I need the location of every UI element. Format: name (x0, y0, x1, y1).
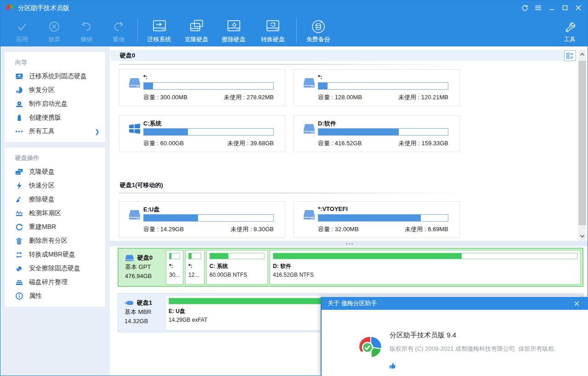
discard-button[interactable]: 放弃 (38, 15, 70, 46)
refresh-button[interactable] (518, 0, 531, 15)
info-icon (15, 292, 23, 300)
partition-card-msr[interactable]: *: 容量 : 128.00MB 未使用 : 120.21MB (294, 69, 460, 106)
sidebar-item-delete-all-partitions[interactable]: 删除所有分区 (5, 234, 105, 248)
map-partition-d[interactable]: D: 软件 416.52GB NTFS (270, 250, 581, 285)
product-logo-icon (357, 335, 384, 361)
splitter-grip-icon (349, 243, 350, 245)
view-mode-button[interactable] (564, 50, 576, 61)
migrate-os-button[interactable]: 迁移系统 (141, 15, 178, 46)
disk-icon (129, 209, 141, 220)
disk-size: 14.32GB (124, 317, 165, 326)
disk1-header: 硬盘1(可移动的) (120, 181, 163, 189)
usage-bar (209, 253, 265, 259)
migrate-disk-icon (15, 73, 23, 80)
eraser-icon (15, 265, 23, 273)
sidebar-item-make-bootable-media[interactable]: 制作启动光盘 (5, 97, 105, 111)
disk0-info: 硬盘0 基本 GPT 476.94GB (119, 249, 166, 286)
clone-disk-button[interactable]: 克隆硬盘 (178, 15, 215, 46)
sidebar-item-rebuild-mbr[interactable]: 重建MBR (5, 220, 105, 234)
dialog-close-button[interactable] (570, 297, 583, 310)
sidebar-item-all-tools[interactable]: 所有工具 ❯ (5, 125, 105, 138)
usage-bar (318, 128, 448, 136)
maximize-button[interactable] (558, 0, 571, 15)
menu-button[interactable] (531, 0, 545, 15)
partition-name: *:VTOYEFI (318, 205, 348, 212)
sidebar-item-secure-erase-ssd[interactable]: 安全擦除固态硬盘 (5, 262, 105, 275)
partition-name: C:系统 (143, 120, 162, 128)
app-logo-icon (6, 4, 14, 12)
scrollbar-thumb[interactable] (578, 61, 586, 225)
app-window: 分区助手技术员版 应用 (0, 0, 588, 376)
wipe-disk-button[interactable]: 擦除硬盘 (215, 15, 252, 46)
convert-disk-icon (252, 18, 294, 35)
sidebar-item-properties[interactable]: 属性 (5, 289, 105, 303)
defrag-bricks-icon (15, 279, 23, 286)
pie-recover-icon (15, 86, 23, 94)
sidebar-item-clone-disk[interactable]: 克隆硬盘 (5, 165, 105, 179)
map-partition-esp[interactable]: *: 30... (166, 250, 183, 285)
sidebar-item-create-portable[interactable]: 创建便携版 (5, 111, 105, 125)
disk-icon (125, 255, 134, 262)
disk-name: 硬盘0 (137, 253, 153, 262)
disk-size: 476.94GB (125, 272, 166, 281)
sidebar-item-check-bad-sectors[interactable]: 检测坏扇区 (5, 206, 105, 220)
disk1-info: 硬盘1 基本 MBR 14.32GB (118, 294, 165, 332)
broom-icon (15, 196, 23, 204)
undo-icon (70, 18, 102, 35)
separator (119, 193, 461, 194)
close-button[interactable] (571, 0, 585, 15)
dialog-title: 关于 傲梅分区助手 (328, 300, 377, 307)
discard-icon (38, 18, 70, 35)
minimize-button[interactable] (545, 0, 558, 15)
partition-card-esp[interactable]: *: 容量 : 300.00MB 未使用 : 278.92MB (119, 69, 285, 106)
bootable-disc-icon (15, 100, 23, 108)
unused-label: 未使用 : 39.68GB (227, 139, 274, 148)
vertical-scrollbar[interactable] (578, 50, 586, 241)
partition-card-e-usb[interactable]: E:U盘 容量 : 14.29GB 未使用 : 8.30GB (119, 201, 285, 238)
capacity-label: 容量 : 416.52GB (318, 139, 362, 148)
sidebar-item-convert-to-mbr[interactable]: 转换成MBR硬盘 (5, 248, 105, 262)
thumb-up-icon[interactable] (389, 362, 396, 369)
wrench-icon (555, 19, 584, 35)
scroll-down-arrow[interactable] (578, 232, 586, 241)
convert-loop-icon (15, 251, 23, 259)
sidebar-section-wizards: 向导 迁移系统到固态硬盘 恢复分区 制作启动光盘 创建便携版 所有工具 ❯ (5, 52, 105, 142)
sidebar-item-migrate-to-ssd[interactable]: 迁移系统到固态硬盘 (5, 69, 105, 83)
free-backup-button[interactable]: 免费备份 (300, 15, 337, 46)
list-view-icon (566, 52, 574, 59)
sidebar-item-label: 属性 (29, 292, 42, 300)
tools-button[interactable]: 工具 (555, 15, 584, 46)
sidebar-item-quick-partition[interactable]: 快速分区 (5, 179, 105, 193)
map-partition-c[interactable]: C: 系统 60.00GB NTFS (206, 250, 268, 285)
scroll-up-arrow[interactable] (578, 50, 586, 59)
redo-icon (102, 18, 135, 35)
more-dots-icon (15, 128, 23, 136)
rebuild-circular-arrow-icon (15, 223, 23, 231)
partition-card-vtoyefi[interactable]: *:VTOYEFI 容量 : 32.00MB 未使用 : 6.69MB (294, 201, 460, 238)
usage-bar (188, 253, 201, 259)
wipe-disk-icon (215, 18, 252, 35)
lightning-icon (15, 182, 23, 190)
windows-logo-icon (129, 123, 141, 134)
sidebar-item-disk-defrag[interactable]: 磁盘碎片整理 (5, 275, 105, 289)
product-name: 分区助手技术员版 9.4 (390, 331, 456, 340)
unused-label: 未使用 : 278.92MB (224, 93, 274, 102)
sidebar-item-label: 迁移系统到固态硬盘 (29, 72, 87, 80)
apply-button[interactable]: 应用 (6, 15, 38, 46)
partition-overview-panel: 硬盘0 *: 容量 : 300.00MB 未使用 : 278.92MB *: 容… (110, 46, 588, 241)
sidebar-item-label: 安全擦除固态硬盘 (29, 264, 80, 273)
sidebar-item-recover-partition[interactable]: 恢复分区 (5, 83, 105, 97)
sidebar-item-label: 擦除硬盘 (29, 195, 55, 204)
map-partition-msr[interactable]: *: 12... (185, 250, 204, 285)
capacity-label: 容量 : 128.00MB (318, 93, 362, 102)
convert-disk-button[interactable]: 转换硬盘 (252, 15, 294, 46)
partition-card-d-software[interactable]: D:软件 容量 : 416.52GB 未使用 : 159.33GB (294, 115, 460, 152)
redo-button[interactable]: 重做 (102, 15, 135, 46)
disk0-row[interactable]: 硬盘0 基本 GPT 476.94GB *: 30... *: 12... (118, 248, 583, 287)
undo-button[interactable]: 撤销 (70, 15, 102, 46)
partition-card-c-system[interactable]: C:系统 容量 : 60.00GB 未使用 : 39.68GB (119, 115, 285, 152)
section-title: 硬盘操作 (5, 148, 105, 165)
sidebar-item-wipe-disk[interactable]: 擦除硬盘 (5, 193, 105, 206)
bad-sector-wave-icon (15, 210, 23, 217)
panel-splitter[interactable] (110, 241, 588, 246)
